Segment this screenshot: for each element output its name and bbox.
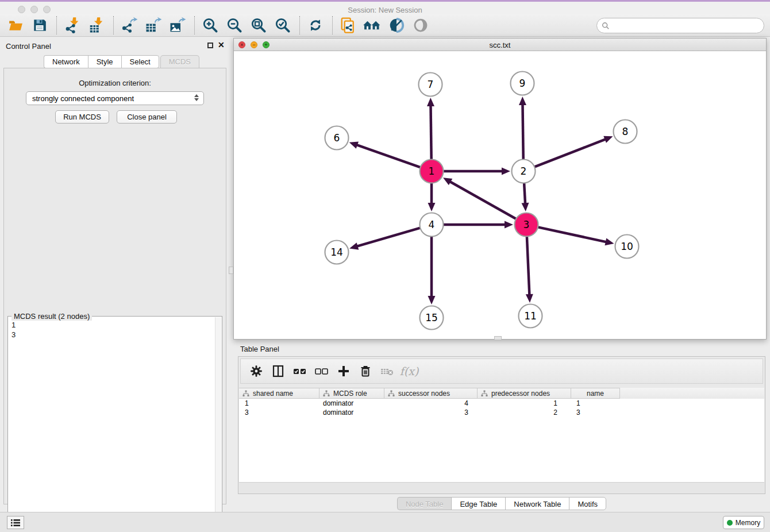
network-canvas[interactable]: 7968124314101511 [234,51,766,339]
network-title: scc.txt [234,41,766,49]
graph-edge-arrowhead [427,98,434,106]
table-cell[interactable]: 1 [571,399,620,407]
column-hierarchy-icon [242,390,249,397]
column-header-shared-name[interactable]: shared name [239,388,319,399]
show-column-icon[interactable] [270,363,287,379]
column-header-label: MCDS role [333,390,367,398]
column-header-name[interactable]: name [571,388,620,399]
graph-edge[interactable] [524,182,525,204]
tab-network-table[interactable]: Network Table [505,497,569,510]
table-panel-box: f(x) shared nameMCDS rolesuccessor nodes… [238,356,765,494]
close-panel-icon[interactable]: ✕ [218,41,225,49]
table-cell[interactable]: 1 [239,399,319,407]
column-header-predecessor-nodes[interactable]: predecessor nodes [478,388,571,399]
clone-network-icon[interactable] [338,16,358,34]
tab-select[interactable]: Select [121,55,159,68]
table-cell[interactable]: 3 [384,408,478,417]
tab-node-table[interactable]: Node Table [397,497,452,510]
result-scrollbar[interactable] [215,317,221,531]
table-cell[interactable]: dominator [319,408,384,417]
table-cell[interactable]: 4 [384,399,478,407]
control-panel-tabs: Network Style Select MCDS [44,55,199,68]
export-image-icon[interactable] [168,16,187,34]
add-row-icon[interactable] [335,363,352,379]
import-table-icon[interactable] [87,16,106,34]
graph-node-label: 14 [330,246,343,258]
function-builder-icon: f(x) [401,363,418,379]
column-header-MCDS-role[interactable]: MCDS role [319,388,384,399]
graph-edge[interactable] [527,236,530,295]
task-history-button[interactable] [7,516,24,529]
graph-edge[interactable] [537,227,607,242]
horizontal-splitter-handle[interactable] [494,336,502,340]
graph-edge[interactable] [522,104,523,160]
table-cell[interactable]: 3 [571,408,620,417]
search-box[interactable] [596,18,764,33]
table-row[interactable]: 3dominator323 [239,408,764,417]
graph-edge[interactable] [534,139,606,167]
column-hierarchy-icon [388,390,395,397]
graph-edge[interactable] [430,105,431,160]
table-cell[interactable]: 3 [239,408,319,417]
deselect-all-checkboxes-icon[interactable] [313,363,330,379]
graph-edge-arrowhead [505,221,513,229]
graph-edge[interactable] [356,145,421,168]
zoom-fit-icon[interactable] [249,16,268,34]
criterion-select[interactable]: strongly connected component [26,91,204,105]
table-cell[interactable]: 2 [478,408,571,417]
tab-motifs[interactable]: Motifs [569,497,606,510]
graph-node-label: 8 [622,126,629,137]
open-file-icon[interactable] [6,16,25,34]
graph-edge[interactable] [357,228,421,246]
import-network-icon[interactable] [63,16,82,34]
graph-edge[interactable] [449,182,517,219]
graphics-details-icon[interactable] [387,16,406,34]
table-cell[interactable]: 1 [478,399,571,407]
first-neighbors-icon[interactable] [363,16,382,34]
search-input[interactable] [613,21,764,30]
show-hide-icon[interactable] [411,16,430,34]
run-mcds-button[interactable]: Run MCDS [55,110,109,124]
table-scroll-track[interactable] [239,482,764,494]
list-icon [10,519,21,527]
mcds-panel: Optimization criterion: strongly connect… [3,68,226,504]
graph-edge-arrowhead [521,203,529,211]
mcds-result-text[interactable]: 1 3 [9,320,214,531]
save-session-icon[interactable] [30,16,49,34]
node-table-header-row[interactable]: shared nameMCDS rolesuccessor nodesprede… [239,388,764,399]
status-bar: Memory [0,512,770,532]
zoom-out-icon[interactable] [225,16,244,34]
table-cell[interactable]: dominator [319,399,384,407]
node-table: shared nameMCDS rolesuccessor nodesprede… [239,388,764,494]
tab-edge-table[interactable]: Edge Table [451,497,505,510]
select-all-checkboxes-icon[interactable] [291,363,309,379]
network-window-titlebar[interactable]: × − + scc.txt [234,38,766,51]
memory-button[interactable]: Memory [723,516,764,529]
column-header-successor-nodes[interactable]: successor nodes [384,388,478,399]
column-hierarchy-icon [323,390,330,397]
settings-gear-icon[interactable] [248,363,265,379]
tab-network[interactable]: Network [44,55,88,68]
table-row[interactable]: 1dominator411 [239,399,764,408]
column-hierarchy-icon [481,390,488,397]
graph-edge-arrowhead [428,203,436,211]
graph-node-label: 15 [425,312,438,323]
graph-node-label: 2 [521,165,527,177]
export-network-icon[interactable] [120,16,139,34]
control-panel-title: Control Panel [6,42,51,51]
zoom-selected-icon[interactable] [273,16,292,34]
network-graph[interactable]: 7968124314101511 [234,51,766,339]
export-table-icon[interactable] [144,16,163,34]
refresh-icon[interactable] [306,16,325,34]
float-panel-icon[interactable] [207,43,213,48]
criterion-value: strongly connected component [32,94,134,103]
node-table-body[interactable]: 1dominator4113dominator323 [239,399,764,482]
control-panel: Control Panel ✕ Network Style Select MCD… [0,36,230,513]
tab-style[interactable]: Style [88,55,121,68]
window-title: Session: New Session [0,6,770,14]
close-panel-button[interactable]: Close panel [117,110,177,124]
zoom-in-icon[interactable] [201,16,220,34]
delete-row-icon[interactable] [357,363,374,379]
vertical-splitter-handle[interactable] [229,267,233,274]
tab-mcds[interactable]: MCDS [160,55,199,68]
